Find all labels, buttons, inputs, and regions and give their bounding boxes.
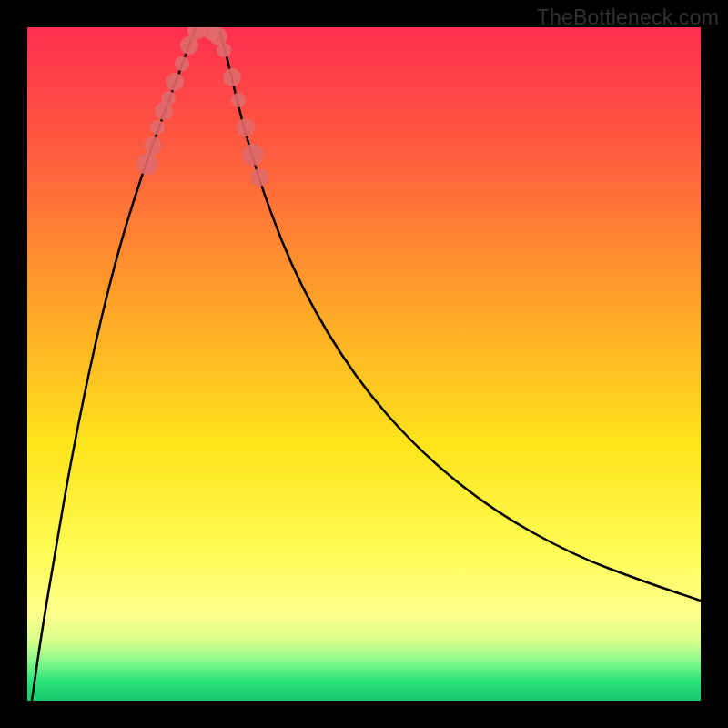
data-marker — [250, 168, 268, 187]
data-markers — [136, 27, 268, 187]
left-curve — [32, 27, 196, 701]
right-curve — [218, 27, 701, 601]
data-marker — [231, 93, 246, 107]
data-marker — [237, 118, 255, 136]
data-marker — [136, 153, 158, 175]
watermark-text: TheBottleneck.com — [537, 5, 719, 30]
data-marker — [175, 56, 189, 71]
data-marker — [242, 144, 264, 166]
data-marker — [161, 91, 176, 106]
data-marker — [209, 27, 228, 46]
data-marker — [223, 68, 241, 86]
chart-svg — [27, 27, 701, 701]
plot-area — [27, 27, 701, 701]
data-marker — [166, 73, 184, 91]
data-marker — [217, 43, 231, 57]
data-marker — [144, 136, 162, 155]
data-marker — [150, 120, 165, 135]
